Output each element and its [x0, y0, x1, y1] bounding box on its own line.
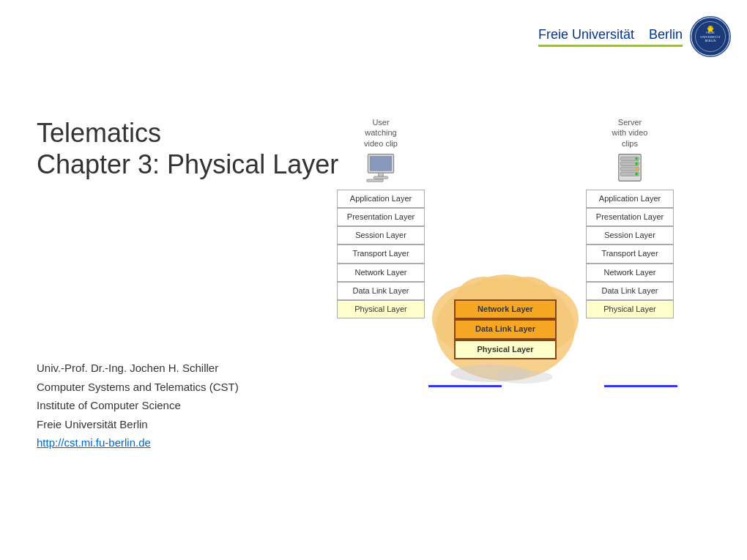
svg-rect-7	[370, 156, 392, 171]
svg-text:BERLIN: BERLIN	[705, 39, 716, 42]
svg-rect-9	[374, 176, 387, 179]
info-line1: Univ.-Prof. Dr.-Ing. Jochen H. Schiller	[37, 359, 239, 378]
info-line4: Freie Universität Berlin	[37, 415, 239, 434]
right-layer-presentation: Presentation Layer	[586, 208, 674, 226]
info-link[interactable]: http://cst.mi.fu-berlin.de	[37, 436, 151, 449]
left-layer-transport: Transport Layer	[337, 244, 425, 263]
left-stack: Userwatchingvideo clip Application Layer…	[337, 117, 425, 318]
title-block: Telematics Chapter 3: Physical Layer	[37, 117, 338, 180]
svg-point-18	[494, 370, 553, 384]
fu-seal-icon: FREIE UNIVERSITÄT BERLIN	[688, 15, 732, 59]
right-connector-line	[604, 385, 677, 387]
network-diagram: Userwatchingvideo clip Application Layer…	[337, 117, 732, 387]
cloud-column: Network Layer Data Link Layer Physical L…	[425, 117, 586, 388]
cloud-physical-layer: Physical Layer	[454, 340, 557, 359]
svg-rect-10	[367, 179, 383, 182]
info-block: Univ.-Prof. Dr.-Ing. Jochen H. Schiller …	[37, 359, 239, 452]
svg-text:FREIE: FREIE	[706, 31, 715, 34]
computer-icon	[363, 153, 398, 185]
server-icon	[612, 153, 647, 185]
svg-point-27	[635, 173, 637, 175]
cloud-datalink-layer: Data Link Layer	[454, 319, 557, 339]
cloud-network-layer: Network Layer	[454, 299, 557, 319]
fu-logo-text-block: Freie Universität Berlin	[538, 27, 683, 47]
fu-logo-part1: Freie Universität	[538, 27, 634, 42]
title-line2: Chapter 3: Physical Layer	[37, 149, 338, 180]
right-layer-transport: Transport Layer	[586, 244, 674, 263]
info-line3: Institute of Computer Science	[37, 396, 239, 415]
fu-green-underline	[538, 45, 683, 47]
left-layer-application: Application Layer	[337, 190, 425, 208]
right-layer-physical: Physical Layer	[586, 300, 674, 318]
left-layer-datalink: Data Link Layer	[337, 282, 425, 300]
left-layer-session: Session Layer	[337, 226, 425, 244]
title-line1: Telematics	[37, 117, 338, 149]
left-stack-label: Userwatchingvideo clip	[337, 117, 425, 149]
stacks-row: Userwatchingvideo clip Application Layer…	[337, 117, 732, 388]
left-layer-network: Network Layer	[337, 264, 425, 282]
left-layer-physical: Physical Layer	[337, 300, 425, 318]
svg-text:UNIVERSITÄT: UNIVERSITÄT	[700, 35, 721, 39]
left-connector-line	[428, 385, 502, 387]
svg-point-26	[635, 168, 637, 170]
right-layer-session: Session Layer	[586, 226, 674, 244]
cloud-layers: Network Layer Data Link Layer Physical L…	[454, 299, 557, 359]
svg-rect-8	[379, 173, 383, 176]
right-stack-label: Serverwith videoclips	[586, 117, 674, 149]
right-layer-datalink: Data Link Layer	[586, 282, 674, 300]
header: Freie Universität Berlin FREIE UNIVERSIT…	[538, 15, 732, 59]
info-line2: Computer Systems and Telematics (CST)	[37, 378, 239, 397]
right-layer-network: Network Layer	[586, 264, 674, 282]
right-layer-application: Application Layer	[586, 190, 674, 208]
svg-point-24	[635, 157, 637, 160]
fu-logo-part2: Berlin	[649, 27, 683, 42]
right-stack: Serverwith videoclips A	[586, 117, 674, 318]
svg-point-25	[635, 163, 637, 165]
cloud-shape: Network Layer Data Link Layer Physical L…	[425, 256, 586, 388]
connector-row	[337, 385, 732, 387]
left-layer-presentation: Presentation Layer	[337, 208, 425, 226]
fu-logo-text: Freie Universität Berlin	[538, 27, 683, 42]
